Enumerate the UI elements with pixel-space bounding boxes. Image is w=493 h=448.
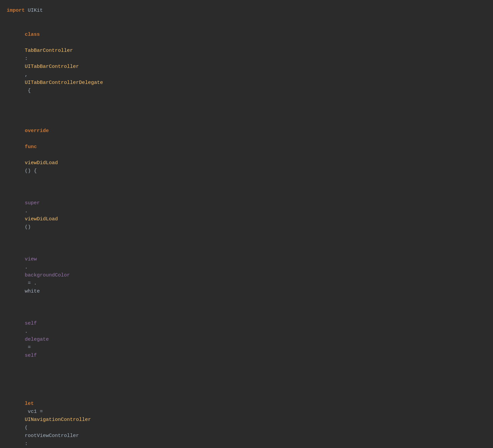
code-line-1: import UIKit — [0, 7, 493, 15]
code-editor[interactable]: import UIKit class TabBarController : UI… — [0, 0, 493, 448]
code-line-10 — [0, 376, 493, 384]
method-viewdidload-call: viewDidLoad — [25, 216, 58, 222]
keyword-override: override — [25, 128, 49, 134]
property-backgroundcolor: backgroundColor — [25, 272, 70, 278]
code-line-11: let vc1 = UINavigationController ( rootV… — [0, 384, 493, 448]
property-delegate: delegate — [25, 337, 49, 342]
method-viewdidload: viewDidLoad — [25, 160, 58, 166]
keyword-class: class — [25, 32, 40, 37]
keyword-import: import — [7, 8, 25, 13]
class-uinavigationcontroller-1: UINavigationController — [25, 417, 91, 423]
keyword-let-1: let — [25, 401, 34, 407]
keyword-super: super — [25, 200, 40, 206]
code-line-3: class TabBarController : UITabBarControl… — [0, 23, 493, 103]
code-line-4 — [0, 103, 493, 111]
code-line-7: view . backgroundColor = . white — [0, 239, 493, 304]
code-line-2 — [0, 15, 493, 23]
property-view: view — [25, 256, 37, 262]
class-uitabbarcontroller: UITabBarController — [25, 64, 79, 70]
code-line-8: self . delegate = self — [0, 304, 493, 368]
code-line-6: super . viewDidLoad () — [0, 183, 493, 239]
code-line-9 — [0, 368, 493, 376]
class-uitabbarcontrollerdelegate: UITabBarControllerDelegate — [25, 80, 103, 86]
code-line-5: override func viewDidLoad () { — [0, 111, 493, 183]
class-tabbarcontroller: TabBarController — [25, 48, 73, 53]
keyword-func-1: func — [25, 144, 37, 150]
keyword-self-2: self — [25, 353, 37, 358]
keyword-self-1: self — [25, 321, 37, 326]
param-rootviewcontroller-1: rootViewController — [25, 433, 79, 439]
value-white: white — [25, 289, 40, 294]
